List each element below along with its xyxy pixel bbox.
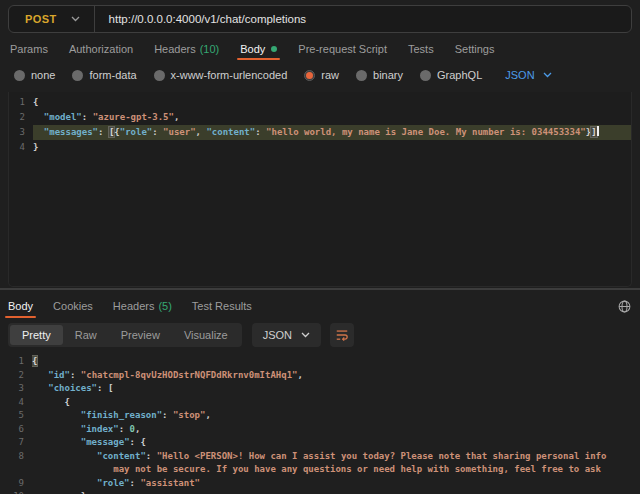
- view-raw[interactable]: Raw: [63, 325, 109, 345]
- radio-graphql[interactable]: GraphQL: [420, 69, 482, 81]
- body-active-dot: [271, 46, 277, 52]
- line-number: 9: [8, 477, 32, 491]
- code-line[interactable]: 3 "choices": [: [8, 382, 640, 396]
- code-line[interactable]: 1{: [9, 95, 631, 110]
- radio-form-data[interactable]: form-data: [72, 69, 136, 81]
- chevron-down-icon: [543, 72, 552, 78]
- tab-body[interactable]: Body: [240, 38, 277, 60]
- app-window: POST http://0.0.0.0:4000/v1/chat/complet…: [0, 0, 640, 494]
- pane-splitter[interactable]: [0, 288, 640, 290]
- code-line[interactable]: 6 "index": 0,: [8, 423, 640, 437]
- radio-icon: [14, 70, 25, 81]
- view-preview[interactable]: Preview: [109, 325, 172, 345]
- url-input[interactable]: http://0.0.0.0:4000/v1/chat/completions: [109, 13, 307, 25]
- response-tab-cookies[interactable]: Cookies: [53, 294, 93, 318]
- response-tab-headers[interactable]: Headers(5): [113, 294, 172, 318]
- code-line[interactable]: 10 }: [8, 490, 640, 494]
- code-line[interactable]: 7 "message": {: [8, 436, 640, 450]
- tab-authorization[interactable]: Authorization: [69, 38, 133, 60]
- divider: [94, 6, 95, 32]
- wrap-text-icon: [335, 328, 349, 342]
- line-number: 1: [8, 355, 32, 369]
- code-line[interactable]: 5 "finish_reason": "stop",: [8, 409, 640, 423]
- response-body-viewer[interactable]: 1{2 "id": "chatcmpl-8qvUzHODstrNQFDdRkrn…: [8, 351, 640, 494]
- code-line[interactable]: 2 "model": "azure-gpt-3.5",: [9, 110, 631, 125]
- radio-binary[interactable]: binary: [356, 69, 403, 81]
- request-body-editor[interactable]: 1{2 "model": "azure-gpt-3.5",3 "messages…: [8, 92, 632, 287]
- line-number: 3: [9, 125, 33, 140]
- radio-icon: [420, 70, 431, 81]
- request-tabs: Params Authorization Headers(10) Body Pr…: [0, 38, 640, 60]
- code-line[interactable]: 1{: [8, 355, 640, 369]
- request-language-selector[interactable]: JSON: [505, 69, 551, 81]
- line-number: 5: [8, 409, 32, 423]
- code-line[interactable]: 8 "content": "Hello <PERSON>! How can I …: [8, 450, 640, 464]
- line-number: 4: [9, 140, 33, 155]
- line-number: 8: [8, 450, 32, 464]
- code-line[interactable]: 3 "messages": [{"role": "user", "content…: [9, 125, 631, 140]
- line-number: 10: [8, 490, 32, 494]
- response-headers-count: (5): [158, 300, 171, 312]
- code-line[interactable]: 4}: [9, 140, 631, 155]
- view-switcher: Pretty Raw Preview Visualize: [8, 323, 242, 347]
- line-number: 1: [9, 95, 33, 110]
- line-number: [8, 463, 32, 477]
- radio-icon: [154, 70, 165, 81]
- tab-settings[interactable]: Settings: [455, 38, 495, 60]
- tab-pre-request-script[interactable]: Pre-request Script: [298, 38, 387, 60]
- line-number: 2: [9, 110, 33, 125]
- view-pretty[interactable]: Pretty: [10, 325, 63, 345]
- radio-raw[interactable]: raw: [304, 69, 339, 81]
- line-number: 4: [8, 396, 32, 410]
- radio-icon: [356, 70, 367, 81]
- headers-count: (10): [200, 43, 220, 55]
- wrap-text-button[interactable]: [330, 323, 354, 347]
- radio-x-www-form-urlencoded[interactable]: x-www-form-urlencoded: [154, 69, 288, 81]
- code-line[interactable]: 9 "role": "assistant": [8, 477, 640, 491]
- chevron-down-icon: [71, 16, 80, 22]
- tab-params[interactable]: Params: [10, 38, 48, 60]
- line-number: 6: [8, 423, 32, 437]
- line-number: 7: [8, 436, 32, 450]
- response-tab-body[interactable]: Body: [8, 294, 33, 318]
- line-number: 2: [8, 369, 32, 383]
- response-tabs: Body Cookies Headers(5) Test Results: [0, 294, 640, 318]
- code-line[interactable]: may not be secure. If you have any quest…: [8, 463, 640, 477]
- code-line[interactable]: 2 "id": "chatcmpl-8qvUzHODstrNQFDdRkrnv0…: [8, 369, 640, 383]
- line-number: 3: [8, 382, 32, 396]
- response-toolbar: Pretty Raw Preview Visualize JSON: [8, 322, 354, 348]
- tab-tests[interactable]: Tests: [408, 38, 434, 60]
- request-url-bar: POST http://0.0.0.0:4000/v1/chat/complet…: [8, 5, 632, 33]
- body-type-bar: none form-data x-www-form-urlencoded raw…: [0, 63, 640, 87]
- globe-icon[interactable]: [618, 294, 631, 318]
- response-tab-test-results[interactable]: Test Results: [192, 294, 252, 318]
- response-language-selector[interactable]: JSON: [252, 323, 321, 347]
- radio-icon: [72, 70, 83, 81]
- view-visualize[interactable]: Visualize: [172, 325, 240, 345]
- method-selector[interactable]: POST: [9, 13, 71, 25]
- text-cursor: [597, 126, 599, 136]
- code-line[interactable]: 4 {: [8, 396, 640, 410]
- radio-selected-icon: [304, 70, 315, 81]
- radio-none[interactable]: none: [14, 69, 55, 81]
- tab-headers[interactable]: Headers(10): [154, 38, 219, 60]
- chevron-down-icon: [301, 332, 310, 338]
